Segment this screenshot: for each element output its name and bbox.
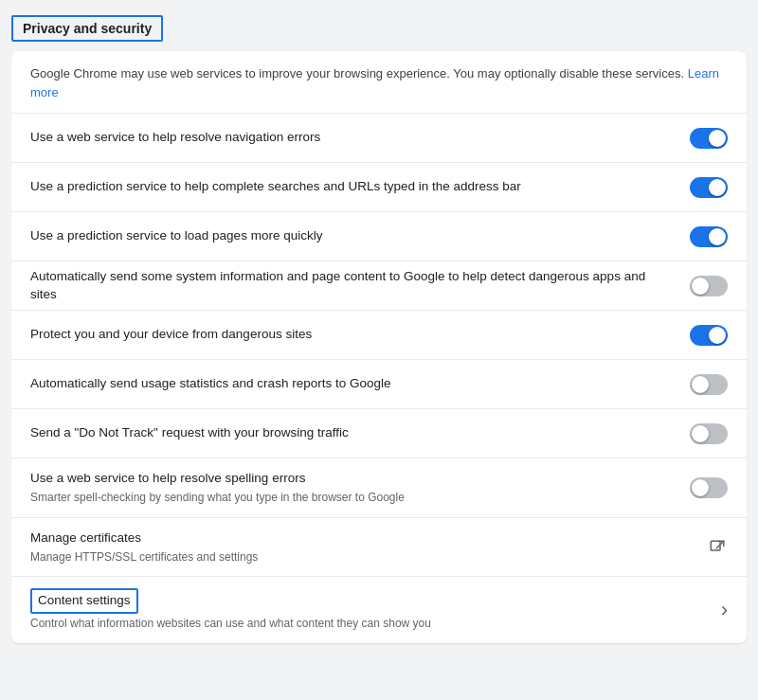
toggle-system-info[interactable]	[690, 276, 728, 296]
setting-row-prediction-load[interactable]: Use a prediction service to load pages m…	[11, 212, 747, 261]
toggle-prediction-search[interactable]	[690, 177, 728, 198]
chevron-right-icon: ›	[721, 598, 728, 622]
toggle-thumb-spelling-errors	[692, 479, 709, 496]
setting-sublabel-spelling-errors: Smarter spell-checking by sending what y…	[30, 490, 671, 506]
toggle-resolve-nav-errors[interactable]	[690, 128, 728, 149]
setting-label-manage-certs: Manage certificates	[30, 529, 688, 547]
setting-text-manage-certs: Manage certificatesManage HTTPS/SSL cert…	[30, 529, 707, 565]
info-row: Google Chrome may use web services to im…	[11, 51, 747, 114]
setting-row-do-not-track[interactable]: Send a "Do Not Track" request with your …	[11, 409, 747, 458]
toggle-spelling-errors[interactable]	[690, 477, 728, 498]
setting-row-usage-stats[interactable]: Automatically send usage statistics and …	[11, 360, 747, 409]
setting-label-prediction-search: Use a prediction service to help complet…	[30, 178, 671, 196]
toggle-usage-stats[interactable]	[690, 374, 728, 395]
toggle-wrapper-spelling-errors	[690, 477, 728, 498]
setting-row-manage-certs[interactable]: Manage certificatesManage HTTPS/SSL cert…	[11, 518, 747, 577]
toggle-do-not-track[interactable]	[690, 423, 728, 444]
setting-text-prediction-load: Use a prediction service to load pages m…	[30, 227, 690, 245]
toggle-thumb-safe-browsing	[709, 327, 726, 344]
setting-text-usage-stats: Automatically send usage statistics and …	[30, 375, 690, 393]
toggle-wrapper-do-not-track	[690, 423, 728, 444]
setting-text-resolve-nav-errors: Use a web service to help resolve naviga…	[30, 129, 690, 147]
toggle-wrapper-safe-browsing	[690, 325, 728, 346]
toggle-thumb-resolve-nav-errors	[709, 130, 726, 147]
setting-label-spelling-errors: Use a web service to help resolve spelli…	[30, 470, 671, 488]
toggle-thumb-prediction-search	[709, 179, 726, 196]
setting-row-system-info[interactable]: Automatically send some system informati…	[11, 261, 747, 311]
setting-row-safe-browsing[interactable]: Protect you and your device from dangero…	[11, 311, 747, 360]
content-settings-row[interactable]: Content settings Control what informatio…	[11, 576, 747, 643]
toggle-thumb-system-info	[692, 278, 709, 295]
privacy-security-page: Privacy and security Google Chrome may u…	[0, 0, 758, 653]
setting-text-do-not-track: Send a "Do Not Track" request with your …	[30, 424, 690, 442]
toggle-wrapper-resolve-nav-errors	[690, 128, 728, 149]
toggle-thumb-prediction-load	[709, 228, 726, 245]
setting-text-safe-browsing: Protect you and your device from dangero…	[30, 326, 690, 344]
setting-sublabel-manage-certs: Manage HTTPS/SSL certificates and settin…	[30, 549, 688, 565]
content-settings-sublabel: Control what information websites can us…	[30, 616, 702, 632]
toggle-wrapper-system-info	[690, 276, 728, 296]
toggle-thumb-usage-stats	[692, 376, 709, 393]
toggle-safe-browsing[interactable]	[690, 325, 728, 346]
settings-container: Google Chrome may use web services to im…	[11, 51, 747, 643]
toggle-wrapper-prediction-search	[690, 177, 728, 198]
setting-label-resolve-nav-errors: Use a web service to help resolve naviga…	[30, 129, 671, 147]
setting-row-spelling-errors[interactable]: Use a web service to help resolve spelli…	[11, 458, 747, 518]
setting-text-spelling-errors: Use a web service to help resolve spelli…	[30, 470, 690, 506]
setting-row-prediction-search[interactable]: Use a prediction service to help complet…	[11, 163, 747, 212]
setting-text-system-info: Automatically send some system informati…	[30, 268, 690, 304]
page-title: Privacy and security	[11, 15, 163, 42]
content-settings-label: Content settings	[30, 588, 702, 614]
toggle-thumb-do-not-track	[692, 425, 709, 442]
info-text: Google Chrome may use web services to im…	[30, 66, 684, 81]
toggle-wrapper-usage-stats	[690, 374, 728, 395]
toggle-wrapper-prediction-load	[690, 226, 728, 247]
external-link-icon-manage-certs[interactable]	[707, 537, 728, 558]
setting-label-usage-stats: Automatically send usage statistics and …	[30, 375, 671, 393]
setting-label-system-info: Automatically send some system informati…	[30, 268, 671, 304]
setting-label-prediction-load: Use a prediction service to load pages m…	[30, 227, 671, 245]
setting-text-prediction-search: Use a prediction service to help complet…	[30, 178, 690, 196]
setting-row-resolve-nav-errors[interactable]: Use a web service to help resolve naviga…	[11, 114, 747, 163]
setting-label-safe-browsing: Protect you and your device from dangero…	[30, 326, 671, 344]
content-settings-text: Content settings Control what informatio…	[30, 588, 721, 632]
toggle-prediction-load[interactable]	[690, 226, 728, 247]
settings-list: Use a web service to help resolve naviga…	[11, 114, 747, 576]
setting-label-do-not-track: Send a "Do Not Track" request with your …	[30, 424, 671, 442]
